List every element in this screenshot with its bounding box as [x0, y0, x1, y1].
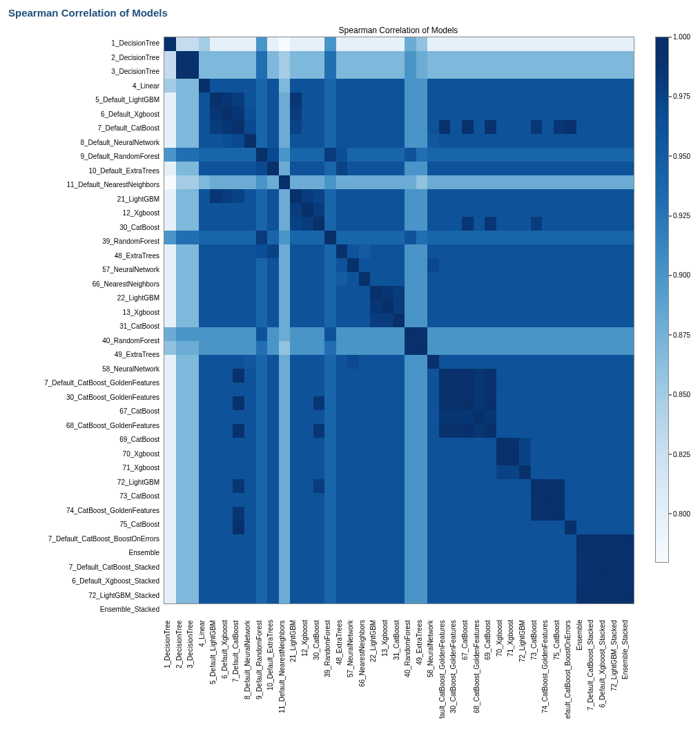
heatmap-cell	[507, 189, 519, 203]
heatmap-cell	[290, 562, 302, 576]
heatmap-cell	[576, 355, 588, 369]
heatmap-cell	[176, 452, 188, 465]
heatmap-cell	[187, 396, 199, 410]
heatmap-cell	[507, 479, 519, 493]
heatmap-cell	[279, 175, 291, 189]
heatmap-cell	[279, 382, 291, 396]
heatmap-cell	[599, 327, 611, 341]
heatmap-cell	[359, 590, 371, 603]
heatmap-cell	[279, 424, 291, 438]
heatmap-cell	[554, 286, 565, 300]
heatmap-cell	[587, 51, 599, 65]
heatmap-cell	[542, 521, 554, 534]
heatmap-cell	[256, 410, 268, 424]
heatmap-cell	[554, 521, 565, 534]
heatmap-cell	[462, 134, 474, 148]
heatmap-cell	[279, 203, 291, 217]
heatmap-cell	[565, 341, 576, 355]
heatmap-cell	[164, 258, 176, 272]
heatmap-cell	[382, 120, 393, 134]
heatmap-cell	[507, 120, 519, 134]
heatmap-cell	[611, 327, 623, 341]
heatmap-cell	[599, 148, 611, 162]
heatmap-cell	[496, 327, 508, 341]
heatmap-cell	[199, 410, 211, 424]
heatmap-cell	[622, 452, 634, 465]
heatmap-cell	[256, 175, 268, 189]
heatmap-cell	[393, 203, 405, 217]
heatmap-cell	[290, 576, 302, 590]
heatmap-cell	[313, 590, 325, 603]
heatmap-cell	[233, 341, 244, 355]
heatmap-cell	[427, 231, 439, 244]
heatmap-cell	[519, 93, 531, 106]
heatmap-cell	[267, 355, 279, 369]
heatmap-cell	[256, 217, 268, 231]
heatmap-cell	[233, 562, 244, 576]
x-tick-label: 68_CatBoost_GoldenFeatures	[473, 617, 485, 721]
heatmap-cell	[176, 562, 188, 576]
heatmap-cell	[439, 355, 451, 369]
heatmap-cell	[313, 424, 325, 438]
heatmap-cell	[313, 272, 325, 286]
heatmap-cell	[210, 65, 222, 79]
heatmap-cell	[576, 534, 588, 548]
heatmap-cell	[576, 51, 588, 65]
heatmap-cell	[359, 134, 371, 148]
heatmap-cell	[450, 258, 462, 272]
x-tick-label: 73_CatBoost	[530, 617, 542, 721]
heatmap-cell	[405, 562, 416, 576]
heatmap-cell	[507, 148, 519, 162]
heatmap-cell	[519, 162, 531, 175]
heatmap-cell	[427, 120, 439, 134]
heatmap-cell	[542, 534, 554, 548]
heatmap-cell	[210, 507, 222, 521]
heatmap-cell	[222, 521, 233, 534]
heatmap-cell	[164, 369, 176, 382]
heatmap-cell	[542, 369, 554, 382]
heatmap-cell	[256, 396, 268, 410]
heatmap-cell	[187, 203, 199, 217]
heatmap-cell	[519, 562, 531, 576]
heatmap-cell	[405, 534, 416, 548]
heatmap-cell	[370, 534, 382, 548]
heatmap-cell	[622, 396, 634, 410]
heatmap-cell	[336, 217, 348, 231]
heatmap-cell	[450, 396, 462, 410]
heatmap-cell	[370, 162, 382, 175]
heatmap-cell	[416, 465, 428, 479]
heatmap-cell	[576, 493, 588, 507]
heatmap-cell	[496, 175, 508, 189]
heatmap-cell	[359, 548, 371, 562]
heatmap-cell	[164, 189, 176, 203]
heatmap-cell	[587, 134, 599, 148]
heatmap-cell	[347, 300, 359, 313]
heatmap-cell	[622, 120, 634, 134]
heatmap-cell	[405, 162, 416, 175]
heatmap-cell	[542, 300, 554, 313]
heatmap-cell	[587, 590, 599, 603]
heatmap-cell	[416, 521, 428, 534]
heatmap-cell	[336, 507, 348, 521]
heatmap-cell	[485, 134, 496, 148]
heatmap-cell	[622, 534, 634, 548]
heatmap-cell	[507, 300, 519, 313]
heatmap-cell	[164, 162, 176, 175]
heatmap-cell	[485, 189, 496, 203]
heatmap-cell	[599, 51, 611, 65]
heatmap-cell	[370, 341, 382, 355]
heatmap-cell	[199, 286, 211, 300]
heatmap-cell	[176, 382, 188, 396]
heatmap-cell	[347, 51, 359, 65]
y-tick-label: 70_Xgboost	[8, 447, 164, 462]
heatmap-cell	[393, 548, 405, 562]
heatmap-cell	[244, 148, 256, 162]
heatmap-cell	[336, 148, 348, 162]
heatmap-cell	[164, 382, 176, 396]
heatmap-cell	[199, 341, 211, 355]
heatmap-cell	[244, 162, 256, 175]
heatmap-cell	[336, 424, 348, 438]
heatmap-cell	[565, 313, 576, 327]
heatmap-cell	[531, 341, 543, 355]
heatmap-cell	[256, 369, 268, 382]
